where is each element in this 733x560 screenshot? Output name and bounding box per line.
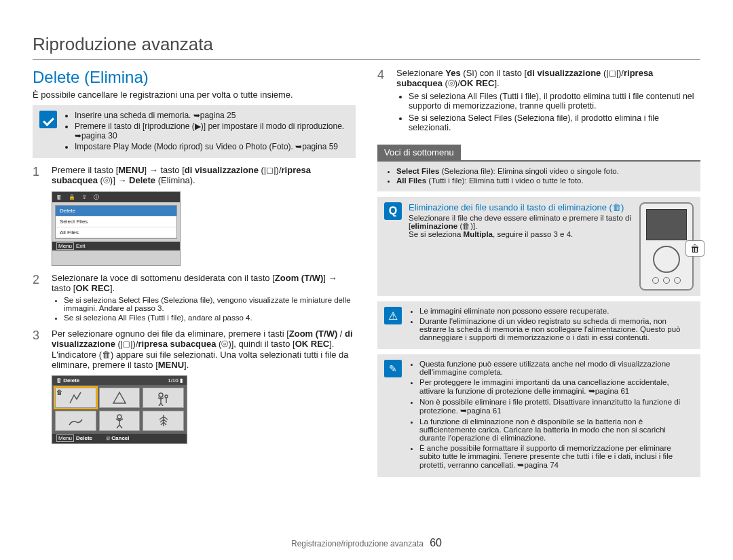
precond-item: Premere il tasto di [riproduzione (▶)] p… xyxy=(75,122,349,141)
menu-item-select-files: Select Files xyxy=(56,217,176,227)
step-2: 2 Selezionare la voce di sottomenu desid… xyxy=(33,273,356,323)
step2-sub-item: Se si seleziona All Files (Tutti i file)… xyxy=(64,314,356,322)
battery-icon: ▮ xyxy=(180,377,183,384)
screenshot-thumbnails: 🗑 Delete 1/10 ▮ 🗑 MenuDelete ⦾ Cancel xyxy=(52,375,187,444)
submenu-item: All Files (Tutti i file): Elimina tutti … xyxy=(396,176,692,185)
section-title: Delete (Elimina) xyxy=(33,68,356,87)
step-body: Selezionare la voce di sottomenu desider… xyxy=(52,273,356,323)
share-icon: ⇪ xyxy=(82,194,87,200)
step-number: 1 xyxy=(33,165,45,179)
page-number: 60 xyxy=(430,537,442,548)
screenshot-menu-list: Delete Select Files All Files xyxy=(55,205,177,239)
step-1: 1 Premere il tasto [MENU] → tasto [di vi… xyxy=(33,165,356,186)
thumbnail: 🗑 xyxy=(55,388,96,408)
note-item: La funzione di eliminazione non è dispon… xyxy=(419,417,694,442)
left-column: Delete (Elimina) È possibile cancellare … xyxy=(33,68,356,477)
menu-key-label: Menu xyxy=(56,434,74,442)
intro-text: È possibile cancellare le registrazioni … xyxy=(33,90,356,100)
info-icon: ⓘ xyxy=(94,193,99,201)
step-body: Selezionare Yes (Sì) con il tasto [di vi… xyxy=(396,68,700,135)
step-3: 3 Per selezionare ognuno dei file da eli… xyxy=(33,329,356,370)
step-number: 4 xyxy=(377,68,390,82)
trash-icon: 🗑 xyxy=(56,194,62,200)
submenu-heading: Voci di sottomenu xyxy=(377,145,461,160)
screenshot-footer: MenuExit xyxy=(52,242,180,250)
menu-key-label: Menu xyxy=(56,242,74,250)
note-item: Non è possibile eliminare i file protett… xyxy=(419,398,694,415)
device-button xyxy=(652,277,659,284)
chapter-title: Riproduzione avanzata xyxy=(33,34,700,60)
device-button xyxy=(663,277,670,284)
thumbnail xyxy=(99,411,140,431)
thumbnail xyxy=(99,388,140,408)
screenshot-tabs: 🗑 🔒 ⇪ ⓘ xyxy=(52,192,180,202)
lock-icon: 🔒 xyxy=(69,194,75,200)
note-item: Questa funzione può essere utilizzata an… xyxy=(419,360,694,376)
trash-callout-icon: 🗑 xyxy=(685,240,704,257)
trash-icon: 🗑 xyxy=(56,377,62,384)
page-footer: Registrazione/riproduzione avanzata 60 xyxy=(0,537,733,549)
note-item: È anche possibile formattare il supporto… xyxy=(419,444,694,470)
tip-delete-box: Eliminazione dei file usando il tasto di… xyxy=(377,197,700,296)
trash-icon: 🗑 xyxy=(56,389,62,396)
submenu-section: Voci di sottomenu Select Files (Selezion… xyxy=(377,141,700,191)
submenu-item: Select Files (Seleziona file): Elimina s… xyxy=(396,167,692,175)
screenshot2-header: 🗑 Delete 1/10 ▮ xyxy=(52,376,187,385)
note-icon xyxy=(384,360,402,377)
note-box: Questa funzione può essere utilizzata an… xyxy=(377,354,700,477)
warning-icon xyxy=(384,307,402,324)
device-screen xyxy=(646,209,687,240)
svg-point-2 xyxy=(117,415,121,419)
device-button xyxy=(674,277,681,284)
precondition-list: Inserire una scheda di memoria. ➥pagina … xyxy=(75,111,349,153)
thumbnail xyxy=(143,411,184,431)
step-body: Per selezionare ognuno dei file da elimi… xyxy=(52,329,356,370)
precond-item: Inserire una scheda di memoria. ➥pagina … xyxy=(75,111,349,120)
step4-bullet: Se si seleziona Select Files (Seleziona … xyxy=(409,113,700,132)
device-illustration: 🗑 xyxy=(639,202,694,291)
warning-box: Le immagini eliminate non possono essere… xyxy=(377,301,700,349)
menu-item-delete: Delete xyxy=(56,206,176,217)
step-4: 4 Selezionare Yes (Sì) con il tasto [di … xyxy=(377,68,700,135)
submenu-box: Select Files (Seleziona file): Elimina s… xyxy=(377,160,700,191)
step-number: 3 xyxy=(33,329,45,343)
thumbnail xyxy=(55,411,96,431)
step-body: Premere il tasto [MENU] → tasto [di visu… xyxy=(52,165,356,186)
screenshot-delete-menu: 🗑 🔒 ⇪ ⓘ Delete Select Files All Files Me… xyxy=(52,191,181,266)
screenshot2-footer: MenuDelete ⦾ Cancel xyxy=(52,434,187,443)
warn-item: Durante l'eliminazione di un video regis… xyxy=(419,317,694,341)
thumbnail xyxy=(143,388,184,408)
thumbnail-grid: 🗑 xyxy=(52,385,187,434)
tip-title: Eliminazione dei file usando il tasto di… xyxy=(409,202,633,212)
step2-sub-item: Se si seleziona Select Files (Seleziona … xyxy=(64,296,356,312)
tip-q-icon xyxy=(384,202,402,220)
note-content: Questa funzione può essere utilizzata an… xyxy=(409,360,694,472)
step-number: 2 xyxy=(33,273,45,287)
device-dpad xyxy=(653,246,680,273)
svg-point-1 xyxy=(165,395,168,398)
warning-content: Le immagini eliminate non possono essere… xyxy=(409,307,694,343)
menu-item-all-files: All Files xyxy=(56,227,176,238)
svg-point-0 xyxy=(159,393,163,397)
note-item: Per proteggere le immagini importanti da… xyxy=(419,378,694,396)
tip-content: Eliminazione dei file usando il tasto di… xyxy=(409,202,633,238)
right-column: 4 Selezionare Yes (Sì) con il tasto [di … xyxy=(377,68,700,477)
warn-item: Le immagini eliminate non possono essere… xyxy=(419,307,694,315)
check-icon xyxy=(39,111,57,128)
precond-item: Impostare Play Mode (Modo riprod) su Vid… xyxy=(75,142,349,151)
step4-bullet: Se si seleziona All Files (Tutti i file)… xyxy=(409,92,700,111)
preconditions-box: Inserire una scheda di memoria. ➥pagina … xyxy=(33,105,356,158)
footer-text: Registrazione/riproduzione avanzata xyxy=(291,539,424,548)
